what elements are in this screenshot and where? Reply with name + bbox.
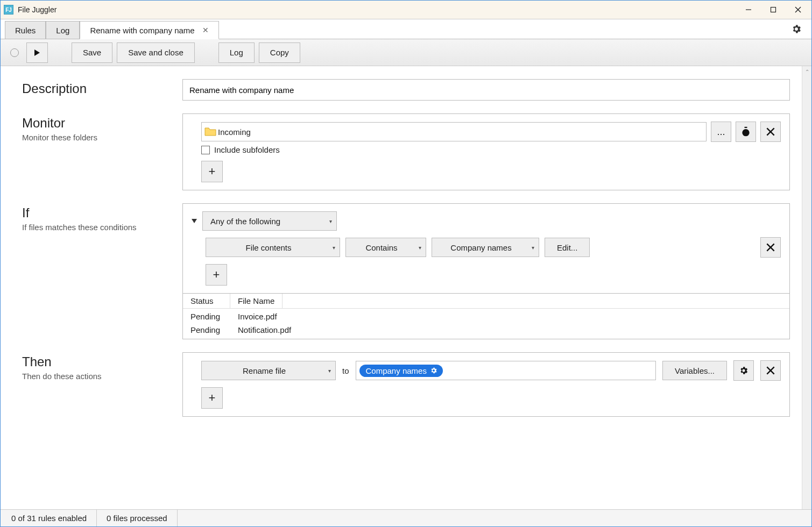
tab-current-label: Rename with company name	[90, 26, 194, 35]
monitor-folder-name: Incoming	[218, 127, 251, 137]
if-heading: If	[22, 205, 182, 220]
remove-action-button[interactable]	[760, 360, 781, 381]
chevron-down-icon: ▾	[333, 245, 335, 251]
copy-button[interactable]: Copy	[259, 42, 300, 63]
edit-condition-button[interactable]: Edit...	[545, 238, 590, 257]
condition-op-dropdown[interactable]: Contains▾	[345, 238, 426, 257]
include-subfolders-checkbox[interactable]	[201, 146, 210, 154]
description-heading: Description	[22, 81, 182, 96]
tab-bar: Rules Log Rename with company name ✕	[1, 19, 811, 39]
timer-button[interactable]	[736, 122, 756, 142]
save-close-button[interactable]: Save and close	[117, 42, 195, 63]
tab-current[interactable]: Rename with company name ✕	[80, 21, 218, 39]
svg-rect-5	[745, 127, 747, 128]
add-action-button[interactable]: +	[201, 387, 223, 409]
tab-log-label: Log	[56, 26, 69, 35]
timer-icon	[740, 126, 751, 137]
monitor-folder-input[interactable]: Incoming	[201, 122, 707, 141]
tab-log[interactable]: Log	[46, 21, 80, 39]
main-content: Description Monitor Monitor these folder…	[1, 66, 802, 509]
col-status[interactable]: Status	[183, 294, 230, 308]
status-rules: 0 of 31 rules enabled	[1, 510, 97, 526]
log-button[interactable]: Log	[218, 42, 255, 63]
tab-rules-label: Rules	[15, 26, 36, 35]
chevron-down-icon: ▾	[532, 245, 534, 251]
match-mode-dropdown[interactable]: Any of the following▾	[202, 211, 337, 231]
add-condition-button[interactable]: +	[206, 264, 227, 286]
collapse-toggle[interactable]	[192, 219, 197, 223]
monitor-heading: Monitor	[22, 116, 182, 131]
then-sub: Then do these actions	[22, 372, 182, 381]
status-bar: 0 of 31 rules enabled 0 files processed	[1, 509, 811, 526]
settings-button[interactable]	[786, 20, 807, 39]
matched-files-table: Status File Name Pending Invoice.pdf Pen…	[182, 294, 790, 339]
include-subfolders-label: Include subfolders	[214, 145, 280, 154]
close-icon	[766, 127, 775, 136]
svg-rect-1	[771, 8, 776, 12]
add-folder-button[interactable]: +	[201, 161, 223, 182]
svg-point-6	[742, 129, 749, 136]
app-icon: FJ	[4, 5, 13, 15]
scrollbar[interactable]: ⌃	[802, 66, 811, 509]
gear-icon	[430, 367, 437, 374]
action-settings-button[interactable]	[733, 360, 754, 381]
table-row[interactable]: Pending Notification.pdf	[183, 323, 789, 337]
chevron-down-icon: ▾	[328, 368, 331, 374]
variables-button[interactable]: Variables...	[662, 361, 727, 380]
gear-icon	[791, 24, 802, 34]
run-button[interactable]	[26, 42, 48, 63]
status-files: 0 files processed	[97, 510, 178, 526]
browse-button[interactable]: ...	[711, 122, 731, 142]
close-icon	[766, 243, 775, 252]
minimize-button[interactable]	[736, 2, 761, 18]
rename-target-input[interactable]: Company names	[356, 361, 656, 380]
then-heading: Then	[22, 354, 182, 369]
toolbar: Save Save and close Log Copy	[1, 39, 811, 66]
close-button[interactable]	[786, 2, 810, 18]
condition-value-dropdown[interactable]: Company names▾	[432, 238, 539, 257]
col-filename[interactable]: File Name	[230, 294, 283, 308]
play-icon	[33, 49, 41, 56]
variable-pill[interactable]: Company names	[359, 365, 443, 377]
close-icon	[766, 366, 775, 375]
if-sub: If files matches these conditions	[22, 223, 182, 232]
description-input[interactable]	[182, 79, 790, 101]
enable-toggle[interactable]	[10, 48, 19, 57]
scroll-up-icon: ⌃	[802, 67, 811, 76]
maximize-button[interactable]	[761, 2, 786, 18]
to-label: to	[342, 366, 349, 375]
tab-close-icon[interactable]: ✕	[202, 26, 209, 34]
chevron-down-icon: ▾	[329, 218, 332, 224]
gear-icon	[739, 366, 749, 375]
remove-condition-button[interactable]	[760, 237, 781, 258]
chevron-down-icon: ▾	[419, 245, 421, 251]
folder-icon	[204, 126, 217, 137]
save-button[interactable]: Save	[72, 42, 112, 63]
titlebar: FJ File Juggler	[1, 1, 811, 19]
condition-field-dropdown[interactable]: File contents▾	[206, 238, 340, 257]
remove-folder-button[interactable]	[760, 122, 781, 142]
table-row[interactable]: Pending Invoice.pdf	[183, 310, 789, 323]
svg-marker-4	[34, 49, 40, 56]
action-dropdown[interactable]: Rename file▾	[201, 361, 336, 380]
window-title: File Juggler	[18, 5, 736, 14]
tab-rules[interactable]: Rules	[5, 21, 46, 39]
monitor-sub: Monitor these folders	[22, 133, 182, 142]
